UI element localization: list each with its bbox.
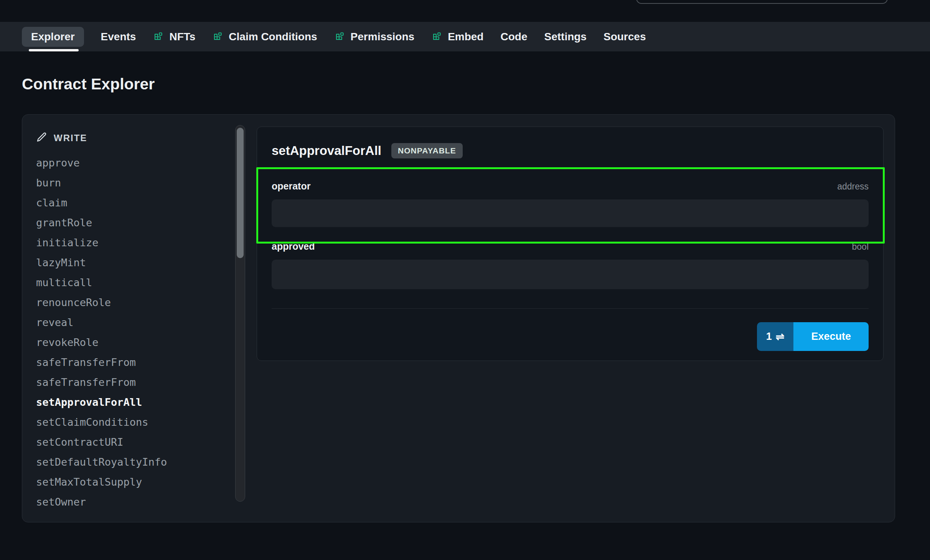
tab-label: NFTs: [169, 31, 195, 43]
tab-claim-conditions[interactable]: Claim Conditions: [212, 31, 317, 43]
swap-arrows-icon: ⇌: [776, 331, 785, 343]
pencil-icon: [36, 132, 48, 145]
feature-enabled-icon: [431, 31, 443, 43]
function-list-item-renounceRole[interactable]: renounceRole: [36, 293, 167, 313]
function-list-item-reveal[interactable]: reveal: [36, 313, 167, 333]
function-list-item-setApprovalForAll[interactable]: setApprovalForAll: [36, 392, 167, 412]
function-list-item-setDefaultRoyaltyInfo[interactable]: setDefaultRoyaltyInfo: [36, 452, 167, 472]
card-divider: [272, 308, 869, 309]
function-card: setApprovalForAll NONPAYABLE operator ad…: [257, 127, 884, 361]
scrollbar-thumb[interactable]: [237, 128, 244, 258]
function-list-item-grantRole[interactable]: grantRole: [36, 213, 167, 233]
function-list-item-safeTransferFrom[interactable]: safeTransferFrom: [36, 352, 167, 372]
function-list-item-safeTransferFrom[interactable]: safeTransferFrom: [36, 372, 167, 392]
param-type: address: [837, 181, 869, 192]
function-list-scrollbar[interactable]: [235, 125, 245, 502]
function-list-item-setContractURI[interactable]: setContractURI: [36, 432, 167, 452]
param-label-row-operator: operator address: [272, 181, 869, 192]
feature-enabled-icon: [153, 31, 164, 43]
write-section-label: WRITE: [54, 133, 87, 143]
contract-explorer-panel: WRITE approveburnclaimgrantRoleinitializ…: [22, 114, 895, 522]
tab-label: Explorer: [31, 31, 75, 43]
function-list: approveburnclaimgrantRoleinitializelazyM…: [36, 153, 167, 512]
tab-bar: ExplorerEvents NFTs Claim Conditions Per…: [0, 22, 930, 51]
approved-input[interactable]: [272, 260, 869, 289]
function-title: setApprovalForAll: [272, 143, 381, 158]
execute-button-label: Execute: [811, 331, 851, 343]
page-title: Contract Explorer: [22, 75, 155, 93]
operator-input[interactable]: [272, 199, 869, 227]
tab-events[interactable]: Events: [101, 31, 136, 43]
tab-nfts[interactable]: NFTs: [153, 31, 195, 43]
selected-tab-underline: [29, 49, 79, 51]
mutability-badge: NONPAYABLE: [391, 143, 463, 158]
function-list-item-initialize[interactable]: initialize: [36, 233, 167, 253]
tab-sources[interactable]: Sources: [604, 31, 646, 43]
tab-label: Embed: [448, 31, 483, 43]
transaction-count-button[interactable]: 1 ⇌: [757, 322, 794, 351]
tab-label: Claim Conditions: [229, 31, 317, 43]
function-list-item-multicall[interactable]: multicall: [36, 273, 167, 293]
tab-permissions[interactable]: Permissions: [334, 31, 415, 43]
function-list-item-setMaxTotalSupply[interactable]: setMaxTotalSupply: [36, 472, 167, 492]
transaction-count: 1: [766, 331, 772, 343]
function-list-item-claim[interactable]: claim: [36, 193, 167, 213]
param-type: bool: [852, 242, 869, 252]
tab-label: Sources: [604, 31, 646, 43]
tab-label: Events: [101, 31, 136, 43]
tab-explorer[interactable]: Explorer: [22, 27, 84, 47]
function-list-item-setClaimConditions[interactable]: setClaimConditions: [36, 412, 167, 432]
clipped-element-top: [636, 0, 888, 4]
card-footer: 1 ⇌ Execute: [272, 322, 869, 351]
feature-enabled-icon: [334, 31, 346, 43]
tab-code[interactable]: Code: [500, 31, 527, 43]
function-card-header: setApprovalForAll NONPAYABLE: [272, 143, 869, 158]
function-list-item-burn[interactable]: burn: [36, 173, 167, 193]
function-list-item-lazyMint[interactable]: lazyMint: [36, 253, 167, 273]
param-name: approved: [272, 241, 315, 252]
tab-label: Permissions: [351, 31, 415, 43]
write-section-header: WRITE: [36, 132, 87, 145]
function-list-item-approve[interactable]: approve: [36, 153, 167, 173]
tab-label: Code: [500, 31, 527, 43]
execute-button-group: 1 ⇌ Execute: [757, 322, 869, 351]
tab-settings[interactable]: Settings: [544, 31, 586, 43]
feature-enabled-icon: [212, 31, 224, 43]
function-list-item-setOwner[interactable]: setOwner: [36, 492, 167, 512]
param-label-row-approved: approved bool: [272, 241, 869, 252]
execute-button[interactable]: Execute: [793, 322, 869, 351]
contract-dashboard-page: ExplorerEvents NFTs Claim Conditions Per…: [0, 0, 930, 560]
tab-embed[interactable]: Embed: [431, 31, 483, 43]
tab-label: Settings: [544, 31, 586, 43]
param-name: operator: [272, 181, 310, 192]
function-list-item-revokeRole[interactable]: revokeRole: [36, 333, 167, 352]
